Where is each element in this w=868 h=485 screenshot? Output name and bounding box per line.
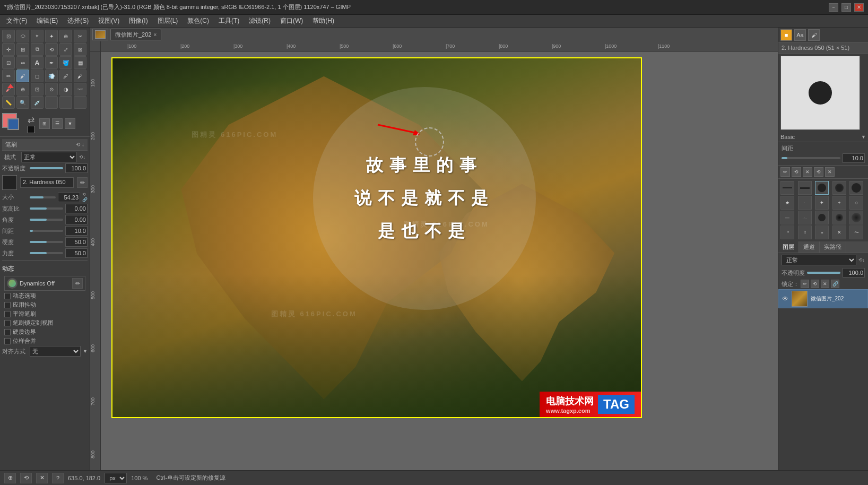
preset-feather[interactable]: 〜 (849, 226, 863, 239)
tool-colorpicker[interactable]: 💉 (31, 96, 44, 109)
preset-circle-large[interactable] (849, 181, 863, 195)
preset-soft-circle[interactable] (832, 211, 846, 224)
preset-plus[interactable]: + (832, 196, 846, 210)
preset-line2[interactable] (798, 181, 812, 195)
canvas-image-area[interactable]: 图精灵 616PIC.COM 图精灵 616PIC.COM 图精灵 616PIC… (101, 52, 778, 470)
menu-view[interactable]: 视图(V) (94, 15, 124, 27)
preset-lines[interactable]: ≡ (815, 226, 829, 239)
preset-scatter1[interactable]: ⠿ (780, 226, 794, 239)
tool-paintbrush[interactable]: 🖌 (16, 70, 29, 82)
background-color[interactable] (7, 118, 19, 130)
status-btn-cross[interactable]: ✕ (36, 473, 48, 483)
menu-image[interactable]: 图像(I) (125, 15, 152, 27)
tool-heal[interactable]: ⊕ (16, 83, 29, 96)
brush-swatch[interactable] (2, 175, 17, 190)
sample-merge-checkbox[interactable] (4, 338, 11, 344)
tool-eraser[interactable]: ◻ (31, 70, 44, 82)
tab-paths[interactable]: 实路径 (820, 241, 846, 253)
menu-edit[interactable]: 编辑(E) (32, 15, 62, 27)
tab-channels[interactable]: 通道 (799, 241, 820, 253)
options-btn[interactable]: ☰ (52, 118, 63, 129)
lock-cursor-checkbox[interactable] (4, 320, 11, 326)
unit-select[interactable]: px (105, 473, 127, 483)
tool-perspective-clone[interactable]: ⊡ (31, 83, 44, 96)
options-reset-btn[interactable]: ⟲ (76, 142, 80, 148)
tool-path[interactable]: ✒ (45, 56, 58, 69)
align-select[interactable]: 无 (30, 346, 81, 357)
options-save-btn[interactable]: ↓ (82, 142, 84, 148)
tool-perspective[interactable]: ⊡ (2, 56, 15, 69)
spacing-icon-5[interactable]: ✕ (825, 167, 835, 177)
tool-placeholder3[interactable] (74, 96, 86, 109)
status-btn-help[interactable]: ? (52, 473, 64, 483)
tool-rotate[interactable]: ⟲ (45, 43, 58, 56)
hard-edge-checkbox[interactable] (4, 329, 11, 335)
tool-shear[interactable]: ⊠ (74, 43, 86, 56)
tool-measure[interactable]: 📏 (2, 96, 15, 109)
spacing-icon-4[interactable]: ⟲ (814, 167, 823, 177)
force-value[interactable]: 50.0 (65, 248, 88, 258)
hardness-value[interactable]: 50.0 (65, 237, 88, 247)
tool-select-color[interactable]: ⊕ (59, 30, 72, 42)
menu-colors[interactable]: 颜色(C) (183, 15, 213, 27)
tool-smudge[interactable]: 〰 (74, 83, 86, 96)
menu-layers[interactable]: 图层(L) (153, 15, 183, 27)
preset-ring[interactable]: ○ (849, 196, 863, 210)
spacing-icon-2[interactable]: ⟲ (792, 167, 801, 177)
smooth-brush-checkbox[interactable] (4, 311, 11, 317)
tool-ellipse-select[interactable]: ⬭ (16, 30, 29, 42)
size-value[interactable]: 54.23 (58, 193, 80, 202)
canvas-viewport[interactable]: |100 |200 |300 |400 |500 |600 |700 |800 … (90, 41, 778, 470)
rt-icon-colors[interactable]: ■ (780, 29, 792, 41)
layer-visibility-btn[interactable]: 👁 (782, 295, 788, 302)
menu-select[interactable]: 选择(S) (63, 15, 93, 27)
tool-airbrush[interactable]: 💨 (45, 70, 58, 82)
preset-star[interactable]: ★ (780, 196, 794, 210)
preset-circle-hard[interactable] (815, 181, 829, 195)
lock-position-btn[interactable]: ✕ (821, 280, 829, 288)
tool-fuzzy-select[interactable]: ✦ (45, 30, 58, 42)
canvas-tab[interactable]: 微信图片_202 × (110, 29, 161, 40)
preset-blob[interactable] (815, 211, 829, 224)
swap-colors-btn[interactable]: ⇄ (28, 115, 35, 125)
menu-filters[interactable]: 滤镜(R) (245, 15, 275, 27)
brush-edit-btn[interactable]: ✏ (77, 177, 88, 188)
tool-flip[interactable]: ⇔ (16, 56, 29, 69)
spacing-value-right[interactable]: 10.0 (843, 153, 865, 163)
layer-mode-select[interactable]: 正常 (782, 255, 856, 265)
more-btn[interactable]: ▼ (65, 118, 75, 129)
size-reset-btn[interactable]: ⟲ (82, 192, 88, 197)
preset-large-soft[interactable] (849, 211, 863, 224)
tab-layers[interactable]: 图层 (778, 241, 799, 253)
reset-colors-btn[interactable] (28, 126, 35, 133)
lock-alpha-btn[interactable]: ⟲ (811, 280, 819, 288)
expand-btn[interactable]: ⊞ (39, 118, 50, 129)
tool-mypaint[interactable]: 🖌 (74, 70, 86, 82)
spacing-value[interactable]: 10.0 (65, 226, 88, 236)
tool-free-select[interactable]: ⌖ (31, 30, 44, 42)
restore-button[interactable]: □ (841, 3, 851, 12)
rt-icon-brush[interactable]: 🖌 (808, 29, 820, 41)
opacity-value[interactable]: 100.0 (65, 163, 88, 173)
tool-placeholder2[interactable] (59, 96, 72, 109)
tool-blur[interactable]: ⊙ (45, 83, 58, 96)
menu-windows[interactable]: 窗口(W) (276, 15, 307, 27)
dynamics-options-checkbox[interactable] (4, 293, 11, 299)
preset-scatter2[interactable]: ⣿ (798, 226, 812, 239)
preset-cross[interactable]: ✕ (832, 226, 846, 239)
tool-scissors[interactable]: ✂ (74, 30, 86, 42)
preset-circle-soft[interactable] (832, 181, 846, 195)
rt-icon-aa[interactable]: Aa (794, 29, 806, 41)
dynamics-edit-btn[interactable]: ✏ (72, 278, 83, 289)
menu-help[interactable]: 帮助(H) (308, 15, 338, 27)
preset-line1[interactable] (780, 181, 794, 195)
apply-jitter-checkbox[interactable] (4, 302, 11, 308)
tool-rect-select[interactable]: ⊡ (2, 30, 15, 42)
preset-x[interactable]: ✦ (815, 196, 829, 210)
preset-noise1[interactable]: :::: (780, 211, 794, 224)
tool-gradient[interactable]: ▦ (74, 56, 86, 69)
tab-close-btn[interactable]: × (153, 32, 157, 38)
menu-file[interactable]: 文件(F) (2, 15, 31, 27)
tool-paintbucket[interactable]: 🪣 (59, 56, 72, 69)
tool-pencil[interactable]: ✏ (2, 70, 15, 82)
